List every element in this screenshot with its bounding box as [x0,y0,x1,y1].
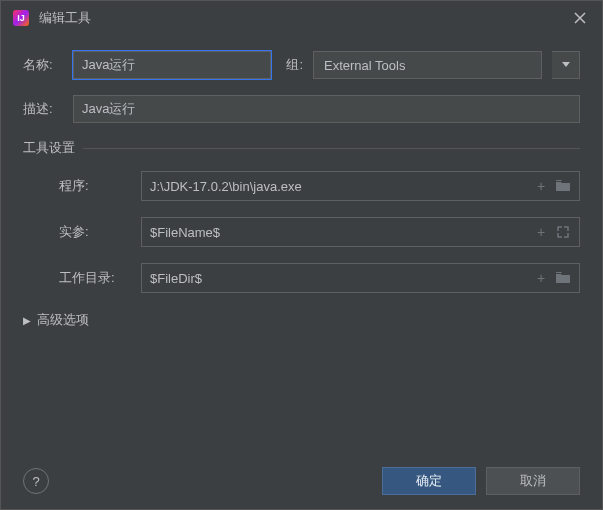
insert-macro-icon[interactable]: + [533,224,549,240]
close-icon[interactable] [570,8,590,28]
dialog-title: 编辑工具 [39,9,560,27]
chevron-down-icon [562,62,570,68]
group-select-value: External Tools [324,58,531,73]
group-select[interactable]: External Tools [313,51,542,79]
advanced-options-toggle[interactable]: ▶ 高级选项 [23,311,580,329]
collapsed-triangle-icon: ▶ [23,315,31,326]
group-dropdown-button[interactable] [552,51,580,79]
workingdir-input-wrap: + [141,263,580,293]
name-label: 名称: [23,56,63,74]
description-input[interactable] [73,95,580,123]
expand-icon[interactable] [555,224,571,240]
program-label: 程序: [59,177,131,195]
edit-tool-dialog: IJ 编辑工具 名称: 组: External Tools 描述: 工具设置 [0,0,603,510]
browse-folder-icon[interactable] [555,178,571,194]
tool-settings-header: 工具设置 [23,139,580,157]
arguments-label: 实参: [59,223,131,241]
description-label: 描述: [23,100,63,118]
group-label: 组: [281,56,303,74]
program-input-wrap: + [141,171,580,201]
insert-macro-icon[interactable]: + [533,270,549,286]
browse-folder-icon[interactable] [555,270,571,286]
arguments-input[interactable] [142,218,533,246]
help-button[interactable]: ? [23,468,49,494]
titlebar: IJ 编辑工具 [1,1,602,35]
ok-button[interactable]: 确定 [382,467,476,495]
app-icon: IJ [13,10,29,26]
insert-macro-icon[interactable]: + [533,178,549,194]
footer: ? 确定 取消 [1,467,602,495]
program-input[interactable] [142,172,533,200]
cancel-button[interactable]: 取消 [486,467,580,495]
name-input[interactable] [73,51,271,79]
workingdir-label: 工作目录: [59,269,131,287]
advanced-options-label: 高级选项 [37,311,89,329]
arguments-input-wrap: + [141,217,580,247]
workingdir-input[interactable] [142,264,533,292]
